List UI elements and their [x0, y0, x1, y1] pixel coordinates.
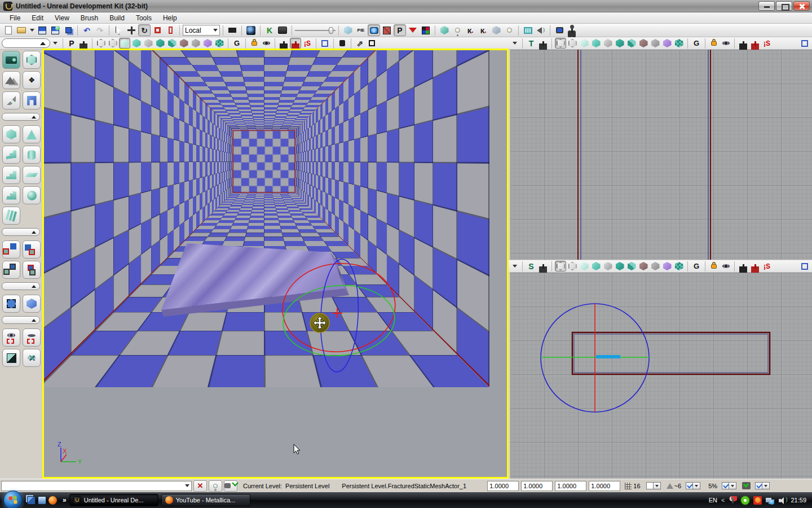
csg-subtract-button[interactable] — [23, 240, 41, 259]
light-status-button[interactable] — [209, 480, 222, 492]
autosave-enable-checkbox[interactable] — [755, 482, 762, 489]
builder-sphere-button[interactable] — [23, 186, 41, 204]
camera-speed-alt-button[interactable]: κ• — [477, 24, 489, 36]
side-viewmode-reflections-button[interactable] — [673, 261, 685, 271]
builder-cube-button[interactable] — [2, 125, 20, 143]
side-game-mode-button[interactable]: G — [691, 261, 702, 271]
side-view-button[interactable]: S — [526, 261, 537, 271]
builder-volumetric-button[interactable] — [2, 207, 20, 225]
allow-matinee-preview-button[interactable] — [278, 38, 289, 49]
brush-rect[interactable] — [572, 332, 770, 374]
side-game-view-button[interactable] — [537, 261, 549, 271]
play-on-console-button[interactable] — [566, 24, 579, 36]
menu-tools[interactable]: Tools — [131, 13, 157, 23]
front-viewmode-lightcomplexity-button[interactable] — [626, 38, 637, 49]
start-button[interactable] — [3, 491, 23, 508]
texture-align-mode-button[interactable] — [2, 91, 20, 110]
select-surfaces-button[interactable] — [2, 295, 20, 313]
front-game-view-button[interactable] — [537, 38, 549, 49]
brush-polys-mode-button[interactable] — [23, 295, 41, 313]
build-status-button[interactable] — [224, 480, 237, 492]
viewmode-texturedensity-button[interactable] — [178, 38, 189, 49]
publish-cook-button[interactable] — [407, 24, 419, 36]
front-viewmode-lightonly-button[interactable] — [614, 38, 625, 49]
tray-avast-icon[interactable] — [753, 496, 762, 505]
allow-kismet-camera-button[interactable] — [290, 38, 301, 49]
tray-volume-icon[interactable]: ) — [778, 496, 787, 505]
menu-file[interactable]: File — [5, 13, 25, 23]
side-viewmode-lit-button[interactable] — [579, 261, 590, 271]
side-viewmode-shadercomplexity-button[interactable] — [650, 261, 661, 271]
game-view-button[interactable] — [78, 38, 89, 49]
save-button[interactable] — [36, 24, 48, 36]
material-quality-button[interactable] — [420, 24, 432, 36]
resize-viewport-button[interactable] — [319, 38, 330, 49]
fractured-static-mesh-plank[interactable] — [161, 243, 349, 317]
language-indicator[interactable]: EN — [709, 497, 717, 503]
side-lock-viewport-button[interactable] — [708, 261, 720, 271]
viewmode-lightcomplexity-button[interactable] — [166, 38, 178, 49]
front-viewmode-texturedensity-button[interactable] — [638, 38, 649, 49]
viewport-size-combobox[interactable] — [2, 38, 50, 48]
play-in-editor-button[interactable]: PIE — [355, 24, 367, 36]
menu-build[interactable]: Build — [104, 13, 130, 23]
viewmode-reflections-button[interactable] — [214, 38, 225, 49]
search-actors-button[interactable] — [226, 24, 239, 36]
builder-sheet-button[interactable] — [23, 166, 41, 184]
scale-tool-button[interactable] — [151, 24, 164, 36]
publish-toggle-button[interactable]: P — [394, 24, 406, 36]
scale-all-field[interactable]: 1.0000 — [589, 481, 620, 491]
viewmode-shadercomplexity-button[interactable] — [190, 38, 201, 49]
save-modified-button[interactable] — [49, 24, 61, 36]
grid-snap-dropdown[interactable] — [654, 482, 661, 489]
float-viewport-button[interactable]: ⇗ — [354, 38, 365, 49]
side-viewmode-detail-button[interactable] — [590, 261, 602, 271]
front-squint-mode-button[interactable]: ¡S — [761, 38, 773, 49]
scale-x-field[interactable]: 1.0000 — [487, 481, 519, 491]
open-dropdown-button[interactable] — [28, 24, 36, 36]
realtime-audio-button[interactable] — [535, 24, 547, 36]
texture-pan-mode-button[interactable]: ✥ — [23, 71, 41, 89]
hide-selected-button[interactable] — [23, 329, 41, 347]
task-udk[interactable]: Untitled - Unreal De... — [69, 494, 158, 506]
csg-collapse-bar[interactable] — [2, 282, 40, 290]
builder-cylinder-button[interactable] — [23, 146, 41, 164]
status-combobox[interactable] — [1, 481, 192, 491]
quicklaunch-overflow-chevron[interactable]: » — [63, 496, 67, 504]
csg-add-button[interactable] — [2, 240, 20, 259]
front-viewmode-brushwire-button[interactable] — [567, 38, 578, 49]
builder-linear-stairs-button[interactable] — [2, 166, 20, 184]
autosave-status-icon[interactable] — [742, 482, 751, 489]
side-camera-visibility-button[interactable] — [720, 261, 731, 271]
front-viewmode-lightmapdensity-button[interactable] — [661, 38, 673, 49]
front-viewmode-reflections-button[interactable] — [673, 38, 685, 49]
tray-tool-icon[interactable] — [729, 496, 737, 505]
new-map-button[interactable] — [2, 24, 15, 36]
front-lock-viewport-button[interactable] — [708, 38, 720, 49]
viewmode-lightmapdensity-button[interactable] — [202, 38, 213, 49]
kismet-button[interactable]: K — [263, 24, 276, 36]
menu-view[interactable]: View — [50, 13, 74, 23]
select-collapse-bar[interactable] — [2, 316, 40, 324]
front-game-mode-button[interactable]: G — [691, 38, 702, 49]
firefox-quicklaunch-icon[interactable] — [48, 496, 57, 505]
close-button[interactable] — [793, 1, 810, 11]
add-volume-button[interactable] — [438, 24, 451, 36]
rotation-snap-dropdown[interactable] — [693, 482, 700, 489]
front-allow-matinee-button[interactable] — [738, 38, 749, 49]
minimize-button[interactable] — [758, 1, 775, 11]
builder-curved-stairs-button[interactable] — [2, 146, 20, 164]
light-tool-button[interactable] — [503, 24, 515, 36]
front-ortho-viewport[interactable] — [510, 50, 812, 260]
side-viewmode-texturedensity-button[interactable] — [638, 261, 649, 271]
front-viewmode-lit-button[interactable] — [579, 38, 590, 49]
tray-collapse-chevron[interactable]: < — [721, 497, 725, 503]
side-allow-matinee-button[interactable] — [738, 261, 749, 271]
front-viewport-options-dropdown[interactable] — [510, 38, 519, 49]
front-viewmode-detail-button[interactable] — [590, 38, 602, 49]
autosave-checkbox[interactable] — [722, 482, 729, 489]
content-browser-button[interactable] — [342, 24, 354, 36]
show-selected-only-button[interactable] — [2, 329, 20, 347]
show-all-button[interactable]: ✕ — [23, 349, 41, 367]
clear-status-button[interactable]: ✕ — [193, 480, 207, 492]
